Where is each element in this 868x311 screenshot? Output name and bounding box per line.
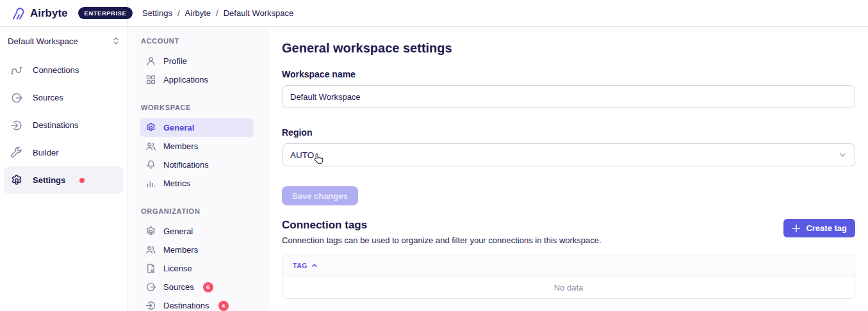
settings-nav-section-account: ACCOUNT Profile <box>141 35 254 89</box>
source-icon <box>145 282 156 292</box>
sidebar-item-label: Builder <box>33 148 58 157</box>
mouse-cursor <box>314 153 323 165</box>
breadcrumb: Settings / Airbyte / Default Workspace <box>128 0 293 26</box>
body-row: Default Workspace Connections <box>0 27 868 311</box>
settings-nav-label: Members <box>163 141 198 151</box>
members-icon <box>145 244 156 255</box>
region-block: Region AUTO <box>282 127 855 166</box>
settings-nav-item-org-members[interactable]: Members <box>140 241 254 259</box>
sidebar-item-sources[interactable]: Sources <box>4 84 124 111</box>
gear-icon <box>10 174 23 187</box>
settings-nav-label: General <box>163 123 194 132</box>
builder-icon <box>10 147 23 159</box>
top-bar: Airbyte ENTERPRISE Settings / Airbyte / … <box>0 0 868 27</box>
airbyte-logo-icon <box>10 6 26 21</box>
settings-nav-item-applications[interactable]: Applications <box>140 70 254 89</box>
brand-area: Airbyte ENTERPRISE <box>0 0 128 26</box>
settings-nav-item-org-destinations[interactable]: Destinations 4 <box>140 296 254 311</box>
create-tag-label: Create tag <box>806 223 847 233</box>
settings-nav-label: Destinations <box>163 301 209 310</box>
source-icon <box>10 92 23 104</box>
gear-icon <box>145 226 156 237</box>
chevron-up-down-icon <box>112 36 120 45</box>
settings-nav-item-metrics[interactable]: Metrics <box>140 174 254 193</box>
sidebar-item-connections[interactable]: Connections <box>4 56 124 84</box>
table-empty-state: No data <box>283 276 855 298</box>
sidebar-item-label: Connections <box>33 65 79 75</box>
sources-count-badge: 6 <box>203 282 213 292</box>
destination-icon <box>10 119 23 132</box>
workspace-name-input[interactable] <box>282 85 855 108</box>
destination-icon <box>145 300 156 311</box>
section-title: ACCOUNT <box>141 35 254 47</box>
section-title: WORKSPACE <box>141 101 254 114</box>
enterprise-badge: ENTERPRISE <box>78 7 133 19</box>
page-title: General workspace settings <box>282 40 855 56</box>
save-changes-button[interactable]: Save changes <box>282 186 358 205</box>
settings-nav-section-workspace: WORKSPACE General <box>141 101 254 193</box>
settings-nav-item-workspace-members[interactable]: Members <box>140 137 254 156</box>
settings-nav: ACCOUNT Profile <box>128 27 269 311</box>
sidebar-item-builder[interactable]: Builder <box>4 139 124 166</box>
applications-icon <box>145 74 156 85</box>
left-sidebar: Default Workspace Connections <box>0 27 128 311</box>
settings-nav-item-notifications[interactable]: Notifications <box>140 156 254 174</box>
settings-nav-label: Metrics <box>163 179 190 188</box>
breadcrumb-settings[interactable]: Settings <box>142 8 172 18</box>
connections-icon <box>10 64 23 77</box>
workspace-name-label: Workspace name <box>282 69 855 80</box>
sort-ascending-icon <box>311 262 318 269</box>
notification-dot <box>79 178 85 183</box>
breadcrumb-default-workspace[interactable]: Default Workspace <box>224 8 294 18</box>
settings-nav-label: Members <box>163 245 198 255</box>
main-content: General workspace settings Workspace nam… <box>269 27 868 311</box>
sidebar-item-settings[interactable]: Settings <box>4 166 124 194</box>
tag-column-label: TAG <box>293 262 307 269</box>
connection-tags-header: Connection tags Connection tags can be u… <box>282 219 855 245</box>
metrics-icon <box>145 178 156 189</box>
airbyte-app: Airbyte ENTERPRISE Settings / Airbyte / … <box>0 0 868 311</box>
sidebar-item-label: Sources <box>33 93 63 102</box>
settings-nav-item-license[interactable]: License <box>140 259 254 278</box>
profile-icon <box>145 56 156 67</box>
settings-nav-label: Notifications <box>163 160 209 170</box>
gear-icon <box>145 122 156 133</box>
sidebar-item-label: Destinations <box>33 120 79 130</box>
plus-icon <box>792 224 801 233</box>
workspace-selector-label: Default Workspace <box>8 36 78 46</box>
breadcrumb-airbyte[interactable]: Airbyte <box>185 8 211 18</box>
region-label: Region <box>282 127 855 138</box>
workspace-selector[interactable]: Default Workspace <box>4 31 124 51</box>
tag-column-header[interactable]: TAG <box>283 255 855 276</box>
create-tag-button[interactable]: Create tag <box>783 219 855 237</box>
settings-nav-item-profile[interactable]: Profile <box>140 52 254 70</box>
connection-tags-title: Connection tags <box>282 219 602 232</box>
settings-nav-label: General <box>163 227 193 236</box>
region-select[interactable]: AUTO <box>282 143 855 166</box>
settings-nav-label: Applications <box>163 75 208 84</box>
connection-tags-text: Connection tags Connection tags can be u… <box>282 219 602 245</box>
chevron-down-icon <box>839 151 847 159</box>
settings-nav-item-org-sources[interactable]: Sources 6 <box>140 278 254 296</box>
sidebar-item-destinations[interactable]: Destinations <box>4 111 124 139</box>
settings-nav-label: Profile <box>163 56 187 66</box>
connection-tags-description: Connection tags can be used to organize … <box>282 235 602 245</box>
license-icon <box>145 263 156 274</box>
settings-nav-label: License <box>163 264 192 273</box>
settings-nav-item-org-general[interactable]: General <box>140 222 254 241</box>
sidebar-item-label: Settings <box>33 175 65 185</box>
destinations-count-badge: 4 <box>218 301 229 311</box>
connection-tags-table: TAG No data <box>282 255 855 299</box>
settings-nav-label: Sources <box>163 282 194 292</box>
members-icon <box>145 141 156 152</box>
settings-nav-section-organization: ORGANIZATION General <box>141 205 254 311</box>
section-title: ORGANIZATION <box>141 205 254 218</box>
bell-icon <box>145 159 156 170</box>
region-select-value: AUTO <box>290 150 314 160</box>
breadcrumb-separator: / <box>216 8 218 18</box>
breadcrumb-separator: / <box>177 8 180 18</box>
brand-name: Airbyte <box>30 7 68 20</box>
settings-nav-item-workspace-general[interactable]: General <box>140 118 254 137</box>
